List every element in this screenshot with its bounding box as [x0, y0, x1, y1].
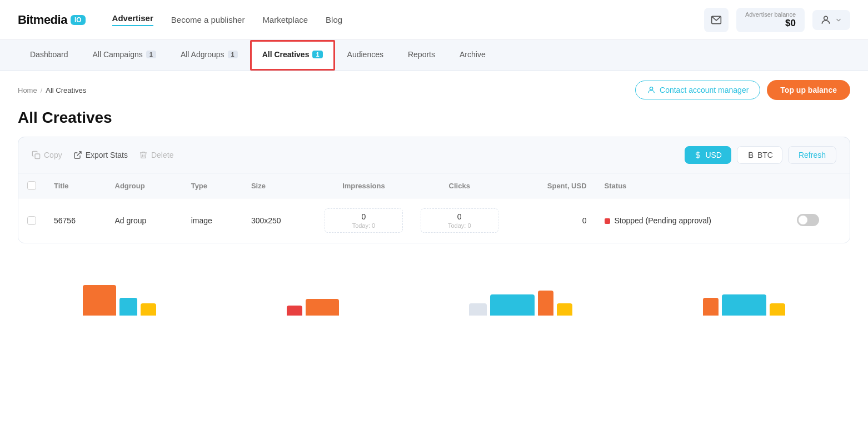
tab-archive[interactable]: Archive — [447, 40, 498, 71]
top-up-balance-button[interactable]: Top up balance — [767, 80, 850, 100]
tab-dashboard[interactable]: Dashboard — [18, 40, 81, 71]
balance-value: $0 — [785, 18, 796, 29]
mail-icon — [711, 14, 722, 26]
logo-badge: IO — [71, 15, 86, 25]
deco-group-3 — [469, 291, 572, 316]
tab-reports[interactable]: Reports — [396, 40, 447, 71]
row-adgroup: Ad group — [106, 198, 182, 243]
col-adgroup: Adgroup — [106, 173, 182, 198]
col-clicks: Clicks — [412, 173, 507, 198]
col-size: Size — [242, 173, 316, 198]
svg-rect-3 — [35, 154, 40, 159]
nav-become-publisher[interactable]: Become a publisher — [171, 15, 245, 24]
table-card: Copy Export Stats Delete USD BTC Refresh — [18, 137, 850, 243]
col-type: Type — [182, 173, 242, 198]
row-type: image — [182, 198, 242, 243]
logo-text: Bitmedia — [18, 13, 67, 27]
svg-point-2 — [650, 87, 652, 90]
account-manager-icon — [647, 86, 656, 94]
deco-group-1 — [83, 285, 156, 316]
usd-button[interactable]: USD — [685, 146, 731, 164]
row-checkbox-cell[interactable] — [18, 198, 45, 243]
tab-all-campaigns[interactable]: All Campaigns 1 — [81, 40, 168, 71]
campaigns-badge: 1 — [146, 51, 156, 58]
balance-label: Advertiser balance — [745, 11, 796, 18]
row-checkbox[interactable] — [27, 216, 36, 225]
col-impressions: Impressions — [316, 173, 411, 198]
row-title: 56756 — [45, 198, 106, 243]
impressions-today: Today: 0 — [352, 222, 376, 229]
dollar-icon — [694, 151, 702, 159]
user-button[interactable] — [812, 10, 850, 30]
delete-button[interactable]: Delete — [139, 151, 173, 159]
chevron-down-icon — [835, 16, 842, 24]
row-status: Stopped (Pending approval) — [596, 198, 788, 243]
row-impressions: 0 Today: 0 — [316, 198, 411, 243]
user-icon — [820, 14, 831, 26]
breadcrumb: Home / All Creatives — [18, 86, 86, 94]
nav-links: Advertiser Become a publisher Marketplac… — [112, 13, 704, 26]
nav-blog[interactable]: Blog — [326, 15, 342, 24]
breadcrumb-separator: / — [41, 86, 43, 94]
copy-button[interactable]: Copy — [32, 151, 62, 159]
col-checkbox — [18, 173, 45, 198]
copy-icon — [32, 151, 41, 159]
breadcrumb-bar: Home / All Creatives Contact account man… — [0, 71, 868, 102]
breadcrumb-actions: Contact account manager Top up balance — [635, 80, 850, 100]
secondary-nav: Dashboard All Campaigns 1 All Adgroups 1… — [0, 40, 868, 71]
impressions-value: 0 — [362, 212, 366, 221]
row-spent: 0 — [507, 198, 596, 243]
export-icon — [73, 151, 82, 159]
status-dot — [605, 218, 610, 224]
col-toggle — [788, 173, 850, 198]
clicks-value: 0 — [457, 212, 462, 221]
balance-box: Advertiser balance $0 — [736, 8, 805, 32]
nav-marketplace[interactable]: Marketplace — [262, 15, 308, 24]
export-stats-button[interactable]: Export Stats — [73, 151, 128, 159]
col-title: Title — [45, 173, 106, 198]
top-nav: Bitmedia IO Advertiser Become a publishe… — [0, 0, 868, 40]
decorative-bars — [0, 243, 868, 316]
select-all-checkbox[interactable] — [27, 181, 36, 190]
breadcrumb-home[interactable]: Home — [18, 86, 37, 94]
adgroups-badge: 1 — [228, 51, 238, 58]
tab-all-adgroups[interactable]: All Adgroups 1 — [168, 40, 250, 71]
toolbar-right: USD BTC Refresh — [685, 146, 836, 164]
svg-line-4 — [77, 152, 81, 156]
refresh-button[interactable]: Refresh — [788, 146, 836, 164]
contact-account-manager-button[interactable]: Contact account manager — [635, 81, 760, 99]
clicks-today: Today: 0 — [448, 222, 471, 229]
delete-icon — [139, 151, 148, 159]
logo[interactable]: Bitmedia IO — [18, 13, 86, 27]
table-toolbar: Copy Export Stats Delete USD BTC Refresh — [18, 137, 850, 173]
deco-group-2 — [287, 299, 339, 316]
table-row: 56756 Ad group image 300x250 0 Today: 0 … — [18, 198, 850, 243]
row-clicks: 0 Today: 0 — [412, 198, 507, 243]
bitcoin-icon — [746, 151, 754, 159]
tab-all-creatives[interactable]: All Creatives 1 — [250, 40, 335, 71]
nav-right: Advertiser balance $0 — [704, 8, 850, 32]
col-spent: Spent, USD — [507, 173, 596, 198]
breadcrumb-current: All Creatives — [46, 86, 86, 94]
tab-audiences[interactable]: Audiences — [335, 40, 396, 71]
col-status: Status — [596, 173, 788, 198]
status-text: Stopped (Pending approval) — [614, 216, 711, 225]
row-toggle-cell[interactable] — [788, 198, 850, 243]
btc-button[interactable]: BTC — [737, 146, 782, 164]
toggle-switch[interactable] — [797, 214, 819, 226]
row-size: 300x250 — [242, 198, 316, 243]
mail-button[interactable] — [704, 8, 729, 32]
deco-group-4 — [703, 294, 785, 316]
creatives-table: Title Adgroup Type Size Impressions Clic… — [18, 173, 850, 243]
page-title: All Creatives — [0, 102, 868, 137]
creatives-badge: 1 — [312, 51, 322, 58]
svg-point-1 — [824, 16, 828, 20]
nav-advertiser[interactable]: Advertiser — [112, 13, 153, 26]
